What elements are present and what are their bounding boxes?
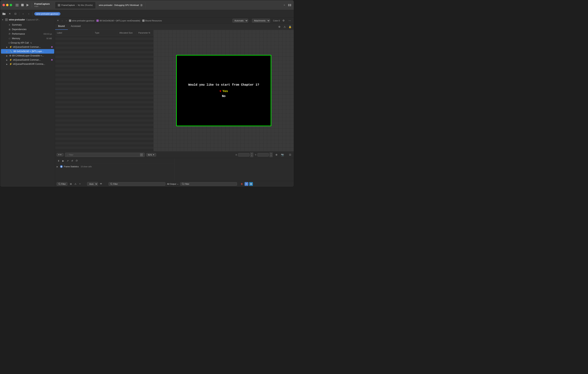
- breadcrumb-settings-button[interactable]: ⚙: [281, 18, 286, 23]
- split-button[interactable]: ⊡: [13, 11, 18, 16]
- y-input[interactable]: [257, 153, 269, 157]
- bp-clock-button[interactable]: ⏱: [75, 159, 79, 163]
- bp-play-button[interactable]: ▶: [61, 159, 65, 163]
- sidebar-item-dependencies[interactable]: ⊞ Dependencies: [1, 27, 54, 32]
- lock-icon[interactable]: 🔒: [288, 24, 292, 29]
- sidebar-item-cametal[interactable]: ▶ ⚙ 89 CAMetalLayer Drawable =...: [1, 53, 54, 58]
- automatic-select[interactable]: Automatic: [232, 19, 248, 22]
- breadcrumb-forward-button[interactable]: ›: [64, 19, 68, 22]
- forward-button[interactable]: ›: [27, 11, 31, 16]
- col-header-param[interactable]: Parameter N: [136, 31, 153, 35]
- table-body: [55, 36, 153, 151]
- breadcrumb-3[interactable]: Bound Resources: [142, 20, 162, 22]
- bp-step-button[interactable]: ↗: [66, 159, 70, 163]
- status-warning-button[interactable]: ⚠: [74, 182, 77, 186]
- close-button[interactable]: [2, 4, 5, 6]
- status-filter-left[interactable]: Filter: [57, 182, 67, 186]
- breadcrumb-back-button[interactable]: ‹: [60, 19, 64, 22]
- summary-icon: ≡: [8, 23, 11, 26]
- status-align-button[interactable]: ⊞: [69, 182, 73, 186]
- tab-wine-debug[interactable]: wine-preloader · Debugging GPU Workload …: [96, 2, 146, 9]
- breadcrumb-close[interactable]: ✕: [57, 19, 59, 22]
- sidebar-item-vkpresent[interactable]: ▶ ⚡ vkQueuePresentKHR Comma...: [1, 62, 54, 66]
- tab-bound[interactable]: Bound: [55, 24, 68, 30]
- y-stepper-up[interactable]: ▲: [270, 153, 273, 155]
- tab-framecapture[interactable]: FrameCapture › My Mac (Rosetta): [55, 2, 95, 9]
- back-button[interactable]: ‹: [21, 11, 25, 16]
- sidebar-item-memory[interactable]: □ Memory 90 MB: [1, 36, 54, 41]
- all-output-control[interactable]: All Output ⌄: [167, 183, 178, 185]
- status-panel-button[interactable]: ▣: [249, 182, 253, 186]
- vkpresent-label: vkQueuePresentKHR Comma...: [13, 63, 45, 65]
- eye-button[interactable]: 👁: [99, 182, 103, 186]
- active-file-tab[interactable]: wine-preloader.gputrace: [34, 12, 60, 16]
- deps-icon: ⊞: [8, 28, 11, 31]
- play-button[interactable]: [26, 3, 30, 7]
- panel-toggle-button[interactable]: [288, 3, 292, 7]
- vkqueue1-label: vkQueueSubmit Comman...: [13, 46, 41, 48]
- col-header-size[interactable]: Allocated Size: [117, 31, 136, 35]
- status-filter-center[interactable]: Filter: [109, 182, 165, 186]
- memory-badge: 90 MB: [46, 38, 52, 40]
- status-filter-right[interactable]: Filter: [180, 182, 237, 186]
- col-header-type[interactable]: Type: [93, 31, 118, 35]
- bp-refresh-button[interactable]: ↺: [70, 159, 74, 163]
- svg-rect-2: [16, 6, 19, 6]
- game-question-text: Would you like to start from Chapter 1?: [188, 83, 259, 86]
- memory-label: Memory: [12, 37, 20, 40]
- settings-icon[interactable]: ⚠: [283, 24, 287, 29]
- x-stepper-down[interactable]: ▼: [251, 155, 253, 157]
- status-icons: ⊞ ⚠ ＋: [69, 182, 82, 186]
- perf-badge: 650.63 µs: [43, 33, 52, 35]
- main-window: FrameCapture main FrameCapture › My Mac …: [0, 0, 294, 187]
- traffic-lights: [2, 4, 12, 6]
- sidebar-item-vkqueue2[interactable]: ▶ ⚡ vkQueueSubmit Comman...: [1, 58, 54, 62]
- filter-clear-button[interactable]: ↑: [140, 153, 143, 156]
- frame-stats-row[interactable]: ▶ ◉ Frame Statistics 16 draw calls: [55, 164, 174, 169]
- close-tab-button[interactable]: ✕: [7, 11, 12, 16]
- crosshair-button[interactable]: ⊕: [274, 152, 279, 157]
- breadcrumb-2[interactable]: 88 0x62e0b2d0 = [MTLLayer nextDrawable]: [96, 20, 140, 22]
- breadcrumb-right: Automatic › Attachments Color 0 ⚙ ⋯: [232, 18, 292, 23]
- y-stepper[interactable]: ▲ ▼: [270, 152, 273, 157]
- maximize-button[interactable]: [10, 4, 12, 6]
- sidebar-item-performance[interactable]: ⏱ Performance 650.63 µs: [1, 32, 54, 36]
- status-add-button[interactable]: ＋: [78, 182, 82, 186]
- zoom-control[interactable]: 91% ▼: [146, 153, 156, 157]
- sidebar-toggle-button[interactable]: [15, 3, 19, 7]
- attachments-select[interactable]: Attachments: [252, 19, 270, 22]
- bp-pause-button[interactable]: ⏸: [57, 159, 60, 163]
- filter-input-field[interactable]: [69, 154, 139, 156]
- vkqueue2-icon: ⚡: [9, 59, 12, 61]
- preview-toggle-button[interactable]: ⊡: [288, 152, 292, 157]
- minimize-button[interactable]: [6, 4, 9, 6]
- frame-stats-badge: 16 draw calls: [81, 166, 92, 168]
- status-delete-button[interactable]: 🗑: [240, 182, 244, 186]
- folder-button[interactable]: [2, 11, 6, 16]
- auto-select[interactable]: Auto: [87, 182, 98, 186]
- x-stepper[interactable]: ▲ ▼: [250, 152, 253, 157]
- x-input[interactable]: [238, 153, 250, 157]
- sidebar-item-vkqueue1[interactable]: ▶ ⚡ vkQueueSubmit Comman...: [1, 45, 54, 49]
- y-stepper-down[interactable]: ▼: [270, 155, 273, 157]
- game-yes-label: Yes: [222, 90, 228, 93]
- tab-accessed[interactable]: Accessed: [68, 24, 84, 30]
- sidebar-item-mtllayer[interactable]: ▶ 🔧 88 0x62e0b2d0 = [MTLLaye...: [1, 49, 54, 53]
- sidebar-item-group-api[interactable]: □ Group by API Call ⇅: [1, 41, 54, 45]
- tab-framecapture-platform: My Mac (Rosetta): [78, 4, 93, 6]
- col-header-label[interactable]: Label: [55, 31, 93, 35]
- add-tab-button[interactable]: ＋: [283, 3, 286, 7]
- capture-button[interactable]: 📷: [280, 152, 285, 157]
- stop-button[interactable]: [21, 3, 24, 7]
- x-stepper-up[interactable]: ▲: [251, 153, 253, 155]
- breadcrumb-more-button[interactable]: ⋯: [287, 18, 292, 23]
- breadcrumb-nav: ‹ ›: [60, 19, 68, 22]
- content-body: Bound Accessed ⚙ ⚠ 🔒 Label Type All: [55, 24, 294, 151]
- breadcrumb-1[interactable]: wine-preloader.gputrace: [69, 20, 94, 22]
- status-blue-button[interactable]: ⊞: [245, 182, 248, 186]
- bottom-panels: ⏸ ▶ ↗ ↺ ⏱ ▶ ◉ Frame Statistics 16 draw c…: [55, 158, 294, 181]
- sidebar-item-summary[interactable]: ≡ Summary: [1, 22, 54, 27]
- filter-options-button[interactable]: ▼▼: [57, 153, 63, 156]
- sidebar-root-item[interactable]: ▼ wine-preloader Captured GP...: [0, 18, 55, 22]
- warning-icon[interactable]: ⚙: [277, 24, 282, 29]
